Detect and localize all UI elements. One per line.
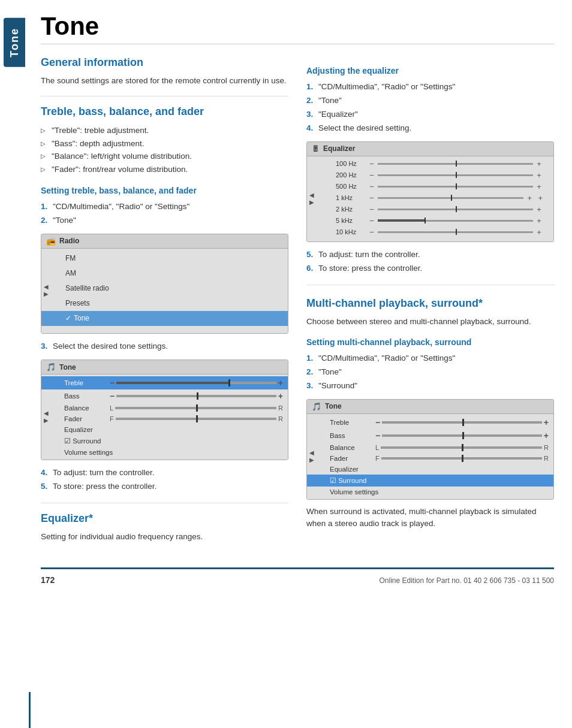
page-bottom: 172 Online Edition for Part no. 01 40 2 … (41, 567, 554, 585)
list-item: "Balance": left/right volume distributio… (41, 150, 288, 163)
adjusting-eq-section: Adjusting the equalizer 1."CD/Multimedia… (306, 66, 554, 276)
list-item: 4.Select the desired setting. (306, 122, 554, 135)
list-item: "Bass": depth adjustment. (41, 137, 288, 150)
tone-screen-mockup: 🎵 Tone ◀ ▶ Treble − (41, 360, 288, 460)
general-info-body: The sound settings are stored for the re… (41, 75, 288, 87)
divider-3 (306, 285, 554, 285)
tone2-row-balance: Balance L R (307, 442, 553, 453)
accent-bar (29, 692, 31, 728)
radio-screen-header: 📻 Radio (41, 234, 288, 249)
multi-channel-body: Choose between stereo and multi-channel … (306, 316, 554, 328)
tone-screen-header: 🎵 Tone (41, 360, 288, 374)
setting-treble-steps: 1."CD/Multimedia", "Radio" or "Settings"… (41, 200, 288, 228)
tone2-row-fader: Fader F R (307, 453, 553, 464)
list-item: 3.Select the desired tone settings. (41, 340, 288, 354)
tone-row-treble: Treble − + (41, 376, 288, 389)
eq-row-2khz: 2 kHz − + (331, 204, 547, 215)
tone2-icon: 🎵 (312, 402, 321, 411)
tone-row-volume: Volume settings (41, 447, 288, 458)
radio-screen-mockup: 📻 Radio ◀ ▶ FM AM Satellite radio Preset… (41, 234, 288, 334)
equalizer-section: Equalizer* Setting for individual audio … (41, 512, 288, 543)
tone-row-surround: ☑ Surround (41, 435, 288, 447)
eq-row-10khz: 10 kHz − + (331, 226, 547, 238)
nav-arrows: ◀ ▶ (43, 249, 49, 334)
list-item: 1."CD/Multimedia", "Radio" or "Settings" (41, 200, 288, 214)
divider-1 (41, 96, 288, 96)
surround-note: When surround is activated, multi-channe… (306, 506, 554, 530)
tone-screen2-body: ◀ ▶ Treble − + (307, 414, 553, 499)
sidebar-tab: Tone (4, 18, 25, 67)
list-item: "Fader": front/rear volume distribution. (41, 163, 288, 176)
adjusting-eq-title: Adjusting the equalizer (306, 66, 554, 75)
radio-row-tone: ✓ Tone (41, 311, 288, 326)
tone-screen2-mockup: 🎵 Tone ◀ ▶ Treble − (306, 399, 554, 500)
radio-row-presets: Presets (41, 296, 288, 311)
eq-row-200hz: 200 Hz − + (331, 170, 547, 181)
tone-row-bass: Bass − + (41, 389, 288, 403)
radio-row-satellite: Satellite radio (41, 281, 288, 296)
list-item: "Treble": treble adjustment. (41, 124, 288, 137)
setting-treble-title: Setting treble, bass, balance, and fader (41, 186, 288, 195)
page-wrapper: Tone Tone General information The sound … (0, 0, 572, 728)
tone2-row-volume: Volume settings (307, 487, 553, 497)
general-information-section: General information The sound settings a… (41, 56, 288, 87)
left-column: General information The sound settings a… (41, 56, 288, 549)
list-item: 4.To adjust: turn the controller. (41, 466, 288, 480)
radio-screen-body: ◀ ▶ FM AM Satellite radio Presets ✓ Tone (41, 249, 288, 334)
eq-row-5khz: 5 kHz − + (331, 215, 547, 226)
tone-row-balance: Balance L R (41, 403, 288, 413)
tone2-row-equalizer: Equalizer (307, 464, 553, 475)
main-content: Tone General information The sound setti… (29, 0, 572, 728)
right-column: Adjusting the equalizer 1."CD/Multimedia… (306, 56, 554, 549)
nav-arrows-tone2: ◀ ▶ (308, 414, 314, 499)
list-item: 5.To store: press the controller. (41, 480, 288, 494)
tone2-row-bass: Bass − + (307, 429, 553, 442)
tone-screen2-title: Tone (325, 402, 342, 410)
setting-multi-title: Setting multi-channel playback, surround (306, 337, 554, 347)
eq-icon: 🎚 (312, 144, 320, 153)
eq-screen-mockup: 🎚 Equalizer ◀ ▶ 100 Hz − (306, 141, 554, 242)
multi-channel-section: Multi-channel playback, surround* Choose… (306, 297, 554, 328)
treble-bass-section: Treble, bass, balance, and fader "Treble… (41, 105, 288, 176)
tone2-row-surround: ☑ Surround (307, 475, 553, 487)
setting-treble-section: Setting treble, bass, balance, and fader… (41, 186, 288, 494)
tone-icon: 🎵 (46, 363, 56, 371)
treble-bass-title: Treble, bass, balance, and fader (41, 105, 288, 118)
tone-screen-title: Tone (59, 363, 76, 371)
tone-row-equalizer: Equalizer (41, 424, 288, 435)
eq-screen-header: 🎚 Equalizer (307, 142, 553, 156)
equalizer-title: Equalizer* (41, 512, 288, 525)
eq-row-100hz: 100 Hz − + (331, 158, 547, 170)
list-item: 3."Surround" (306, 379, 554, 393)
page-footer-text: Online Edition for Part no. 01 40 2 606 … (379, 576, 554, 585)
tone-row-fader: Fader F R (41, 413, 288, 424)
list-item: 2."Tone" (41, 214, 288, 228)
radio-icon: 📻 (46, 237, 56, 246)
setting-treble-steps-4-5: 4.To adjust: turn the controller. 5.To s… (41, 466, 288, 494)
nav-arrows-tone: ◀ ▶ (43, 374, 49, 460)
setting-multi-steps: 1."CD/Multimedia", "Radio" or "Settings"… (306, 352, 554, 393)
general-info-title: General information (41, 56, 288, 69)
tone2-row-treble: Treble − + (307, 416, 553, 429)
divider-2 (41, 503, 288, 503)
radio-screen-title: Radio (59, 237, 79, 245)
list-item: 3."Equalizer" (306, 108, 554, 122)
eq-screen-body: ◀ ▶ 100 Hz − + (307, 156, 553, 241)
list-item: 5.To adjust: turn the controller. (306, 248, 554, 262)
treble-bass-list: "Treble": treble adjustment. "Bass": dep… (41, 124, 288, 176)
list-item: 2."Tone" (306, 94, 554, 108)
setting-multi-section: Setting multi-channel playback, surround… (306, 337, 554, 530)
tone-screen-body: ◀ ▶ Treble − + (41, 374, 288, 460)
multi-channel-title: Multi-channel playback, surround* (306, 297, 554, 310)
list-item: 1."CD/Multimedia", "Radio" or "Settings" (306, 352, 554, 365)
eq-screen-title: Equalizer (323, 144, 355, 153)
list-item: 6.To store: press the controller. (306, 262, 554, 276)
eq-row-1khz: 1 kHz − + + (331, 192, 547, 204)
page-number: 172 (41, 575, 55, 585)
adjusting-eq-steps-5-6: 5.To adjust: turn the controller. 6.To s… (306, 248, 554, 276)
list-item: 2."Tone" (306, 365, 554, 379)
list-item: 1."CD/Multimedia", "Radio" or "Settings" (306, 80, 554, 94)
equalizer-body: Setting for individual audio frequency r… (41, 531, 288, 543)
eq-row-500hz: 500 Hz − + (331, 181, 547, 192)
radio-row-fm: FM (41, 251, 288, 266)
